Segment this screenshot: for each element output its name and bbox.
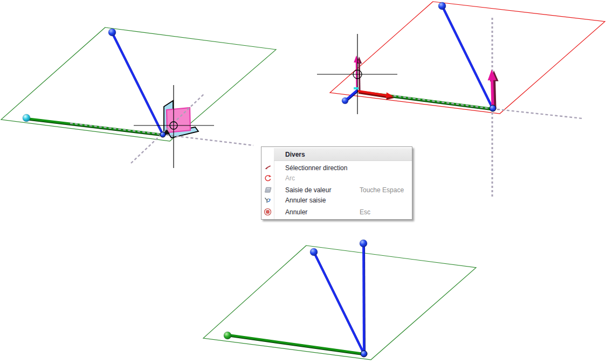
segment-blue-top-left[interactable] — [112, 33, 163, 135]
segment-blue-vertical-bottom[interactable] — [363, 243, 364, 354]
vertex-cyan-tl-left[interactable] — [23, 114, 30, 122]
menu-item-label: Arc — [285, 174, 295, 182]
vertex-blue-tr-origin[interactable] — [342, 97, 348, 104]
vertex-blue-tr-end[interactable] — [490, 105, 496, 111]
menu-item-annuler[interactable]: Annuler Esc — [261, 207, 412, 217]
plane-orientation-widget-front-plane[interactable] — [167, 108, 190, 132]
context-menu-header: Divers — [274, 148, 412, 161]
menu-item-saisie-de-valeur[interactable]: Saisie de valeur Touche Espace — [261, 185, 412, 195]
context-menu-body: Sélectionner direction Arc — [261, 161, 412, 219]
menu-item-annuler-saisie[interactable]: Annuler saisie — [261, 195, 412, 205]
direction-arrow-magenta[interactable] — [492, 80, 493, 108]
menu-item-arc[interactable]: Arc — [261, 173, 412, 183]
axis-arrow-magenta-small-shadow — [359, 64, 360, 90]
context-menu-divers: Divers Sélectionner direction — [261, 146, 412, 220]
menu-item-shortcut: Touche Espace — [360, 186, 412, 194]
cad-viewport[interactable]: Divers Sélectionner direction — [0, 0, 606, 364]
vertex-blue-tl-end[interactable] — [160, 132, 166, 137]
guide-dash-tr-right — [492, 109, 582, 118]
vertex-blue-bottom-top[interactable] — [360, 240, 367, 247]
segment-blue-top-right[interactable] — [442, 6, 492, 108]
vertex-blue-bottom-end[interactable] — [361, 351, 367, 357]
axis-arrow-magenta-small[interactable] — [356, 62, 357, 89]
segment-green-bottom[interactable] — [229, 335, 364, 354]
menu-item-select-direction[interactable]: Sélectionner direction — [261, 163, 412, 173]
vertex-blue-bottom-left[interactable] — [310, 248, 318, 256]
select-direction-icon — [261, 164, 274, 172]
calculator-icon — [261, 186, 274, 194]
vertex-green-bottom[interactable] — [224, 332, 231, 339]
menu-item-label: Saisie de valeur — [285, 186, 331, 194]
segment-blue-left-bottom[interactable] — [314, 252, 364, 354]
stop-icon — [261, 208, 274, 216]
vertex-blue-tr-top[interactable] — [438, 2, 446, 10]
menu-item-label: Annuler saisie — [285, 197, 326, 204]
direction-arrow-magenta-shadow — [494, 81, 495, 109]
undo-input-icon — [261, 196, 274, 204]
menu-item-label: Annuler — [285, 208, 307, 216]
arc-icon — [261, 174, 274, 182]
menu-item-label: Sélectionner direction — [285, 164, 347, 172]
menu-item-shortcut: Esc — [360, 208, 412, 216]
origin-tick-cyan — [354, 87, 359, 89]
vertex-blue-tl-top[interactable] — [108, 29, 116, 36]
context-menu-title: Divers — [285, 151, 305, 158]
